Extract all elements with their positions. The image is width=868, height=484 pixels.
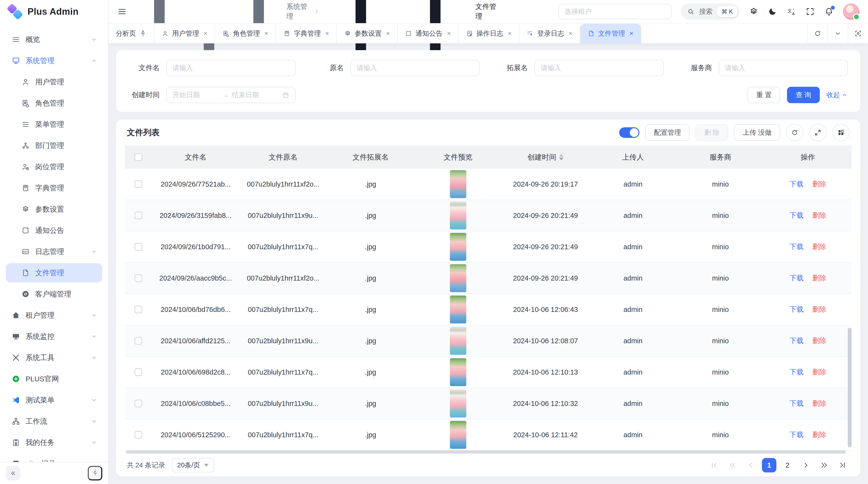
content-fullscreen-button[interactable] [848,24,868,43]
close-icon[interactable]: × [264,30,268,37]
upload-button[interactable]: 上传 没做 [734,124,780,141]
page-button-1[interactable]: 1 [762,458,776,473]
filename-input[interactable]: 请输入 [166,60,296,76]
file-preview-image[interactable] [450,421,466,449]
sidebar-item-notice[interactable]: 通知公告 [6,221,102,240]
row-checkbox[interactable] [134,243,142,251]
delete-link[interactable]: 删除 [812,336,826,346]
file-preview-image[interactable] [450,264,466,292]
row-checkbox[interactable] [134,400,142,407]
sidebar-item-test-menu[interactable]: 测试菜单 [6,390,102,410]
row-checkbox[interactable] [134,305,142,313]
extension-input[interactable]: 请输入 [534,60,664,76]
file-preview-image[interactable] [450,201,466,229]
sidebar-item-log-management[interactable]: DEV日志管理 [6,242,102,261]
file-preview-image[interactable] [450,170,466,198]
close-icon[interactable]: × [204,30,207,37]
download-link[interactable]: 下载 [789,273,804,283]
sidebar-item-user-management[interactable]: 用户管理 [6,72,102,92]
sidebar-item-system-management[interactable]: 系统管理 [6,51,102,70]
tab-login-log[interactable]: 登录日志× [519,24,580,43]
tab-menu-button[interactable] [828,24,848,43]
sidebar-item-param-settings[interactable]: 参数设置 [6,200,102,219]
provider-input[interactable]: 请输入 [719,60,848,76]
row-checkbox[interactable] [134,212,142,219]
select-all-checkbox[interactable] [134,153,142,161]
tab-dict-management[interactable]: 字典管理× [276,24,337,43]
avatar[interactable] [843,3,859,20]
download-link[interactable]: 下载 [789,336,804,346]
delete-link[interactable]: 删除 [812,273,826,283]
fullscreen-button[interactable] [805,7,815,17]
tab-role-management[interactable]: 角色管理× [215,24,276,43]
next-page-button[interactable] [799,458,813,473]
column-settings-button[interactable] [832,124,850,141]
download-link[interactable]: 下载 [789,367,804,377]
translate-button[interactable]: 文A [786,7,796,17]
collapse-filters-link[interactable]: 收起 [827,90,848,100]
tab-user-management[interactable]: 用户管理× [154,24,215,43]
search-toggle[interactable] [619,127,640,138]
tab-file-management[interactable]: 文件管理× [580,24,641,43]
sidebar-item-my-tasks[interactable]: 我的任务 [6,433,102,452]
settings-button[interactable] [749,7,758,17]
date-range-input[interactable]: 开始日期 → 结束日期 [166,87,296,103]
sidebar-item-menu-management[interactable]: 菜单管理 [6,115,102,134]
delete-link[interactable]: 删除 [812,242,826,252]
file-preview-image[interactable] [450,233,466,261]
sidebar-item-dict-management[interactable]: 字典管理 [6,179,102,198]
pin-sidebar-button[interactable] [88,466,102,480]
tenant-select[interactable]: 选择租户 [558,4,672,19]
sidebar-item-tenant-management[interactable]: 租户管理 [6,305,102,325]
download-link[interactable]: 下载 [789,430,804,440]
delete-button[interactable]: 删 除 [695,124,728,141]
tab-param-settings[interactable]: 参数设置× [337,24,398,43]
sidebar-item-gitee-log[interactable]: Ggitee记录 [6,454,102,462]
sidebar-item-workflow[interactable]: 工作流 [6,412,102,431]
collapse-sidebar-button[interactable] [6,466,20,480]
file-preview-image[interactable] [450,358,466,386]
download-link[interactable]: 下载 [789,399,804,408]
delete-link[interactable]: 删除 [812,179,826,189]
horizontal-scrollbar[interactable] [126,450,846,454]
download-link[interactable]: 下载 [789,179,804,189]
row-checkbox[interactable] [134,180,142,188]
delete-link[interactable]: 删除 [812,305,826,314]
vertical-scrollbar[interactable] [848,328,851,447]
global-search-button[interactable]: 搜索 ⌘ K [681,3,740,20]
notifications-button[interactable] [824,7,834,17]
row-checkbox[interactable] [134,431,142,439]
last-page-button[interactable] [835,458,850,473]
reset-button[interactable]: 重 置 [747,87,780,103]
page-button-2[interactable]: 2 [780,458,795,473]
pin-icon[interactable] [140,30,147,37]
delete-link[interactable]: 删除 [812,399,826,408]
expand-table-button[interactable] [809,124,827,141]
delete-link[interactable]: 删除 [812,430,826,440]
download-link[interactable]: 下载 [789,242,804,252]
sidebar-item-file-management[interactable]: 文件管理 [6,263,102,283]
config-management-button[interactable]: 配置管理 [645,124,689,141]
tab-operation-log[interactable]: 操作日志× [459,24,519,43]
sidebar-item-post-management[interactable]: 岗位管理 [6,157,102,176]
close-icon[interactable]: × [386,30,390,37]
sidebar-item-role-management[interactable]: 角色管理 [6,94,102,113]
sidebar-item-system-tools[interactable]: 系统工具 [6,348,102,367]
close-icon[interactable]: × [325,30,329,37]
menu-toggle-button[interactable] [117,7,127,17]
refresh-table-button[interactable] [786,124,803,141]
tab-notice[interactable]: 通知公告× [398,24,458,43]
download-link[interactable]: 下载 [789,305,804,314]
close-icon[interactable]: × [629,30,633,37]
search-button[interactable]: 查 询 [787,87,820,103]
refresh-tab-button[interactable] [807,24,828,43]
delete-link[interactable]: 删除 [812,211,826,220]
close-icon[interactable]: × [447,30,451,37]
sort-icon[interactable] [559,154,563,160]
sidebar-item-plus-site[interactable]: PLUS官网 [6,369,102,389]
download-link[interactable]: 下载 [789,211,804,220]
column-header-5[interactable]: 创建时间 [502,152,589,162]
next-10-button[interactable] [817,458,831,473]
sidebar-item-client-management[interactable]: 客户端管理 [6,284,102,304]
originalname-input[interactable]: 请输入 [350,60,480,76]
